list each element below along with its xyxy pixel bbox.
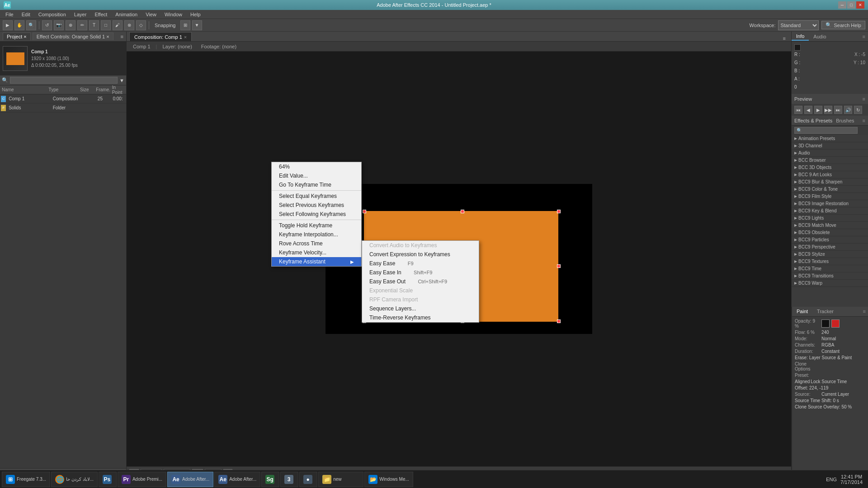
- menu-layer[interactable]: Layer: [71, 11, 90, 18]
- effects-cat-image[interactable]: ▶ BCC9 Image Restoration: [792, 200, 868, 207]
- paint-tab[interactable]: Paint: [792, 308, 812, 315]
- ctx-item-sel-follow[interactable]: Select Following Keyframes: [272, 210, 361, 219]
- effects-cat-perspective[interactable]: ▶ BCC9 Perspective: [792, 244, 868, 251]
- effects-cat-artlooks[interactable]: ▶ BCC 9 Art Looks: [792, 171, 868, 178]
- workspace-select[interactable]: Standard: [778, 20, 819, 30]
- effects-cat-obsolete[interactable]: ▶ BCC9 Obsolete: [792, 229, 868, 236]
- taskbar-ps[interactable]: Ps: [99, 472, 117, 487]
- tool-camera2[interactable]: ⊕: [66, 20, 75, 30]
- effect-controls-tab[interactable]: Effect Controls: Orange Solid 1 ×: [33, 33, 113, 40]
- prev-first-btn[interactable]: ⏮: [794, 106, 802, 114]
- prev-last-btn[interactable]: ⏭: [834, 106, 842, 114]
- tool-paint[interactable]: 🖌: [113, 20, 123, 30]
- ctx-sub-easy-ease-out[interactable]: Easy Ease Out Ctrl+Shift+F9: [362, 277, 479, 286]
- project-tab[interactable]: Project ×: [3, 33, 31, 40]
- ctx-item-kf-assistant[interactable]: Keyframe Assistant ▶: [272, 257, 361, 266]
- maximize-button[interactable]: □: [847, 1, 855, 9]
- ctx-item-sel-prev[interactable]: Select Previous Keyframes: [272, 201, 361, 210]
- brushes-tab[interactable]: Brushes: [836, 118, 854, 123]
- effects-cat-anim[interactable]: ▶ Animation Presets: [792, 135, 868, 142]
- prev-loop-btn[interactable]: ↻: [854, 106, 862, 114]
- fg-swatch[interactable]: [821, 319, 830, 328]
- ctx-sub-easy-ease[interactable]: Easy Ease F9: [362, 259, 479, 268]
- taskbar-windows-me[interactable]: 📂 Windows Me...: [364, 472, 413, 487]
- taskbar-freegate[interactable]: ⊞ Freegate 7.3...: [2, 472, 50, 487]
- project-search-input[interactable]: [10, 77, 118, 84]
- tool-camera1[interactable]: 📷: [54, 20, 64, 30]
- audio-tab[interactable]: Audio: [809, 33, 830, 40]
- taskbar-ff[interactable]: 🌐 لاباد کردن حا...: [51, 472, 98, 487]
- preview-tab-label[interactable]: Preview: [794, 96, 812, 102]
- comp-tab-close[interactable]: ×: [184, 34, 187, 40]
- tool-eraser[interactable]: ◇: [136, 20, 146, 30]
- tool-clone[interactable]: ⊗: [124, 20, 134, 30]
- list-item[interactable]: C Comp 1 Composition 25 0:00:: [0, 94, 126, 103]
- taskbar-premiere[interactable]: Pr Adobe Premi...: [118, 472, 166, 487]
- taskbar-ae-2[interactable]: Ae Adobe After...: [214, 472, 260, 487]
- taskbar-new-folder[interactable]: 📁 new: [318, 472, 363, 487]
- ctx-item-64[interactable]: 64%: [272, 162, 361, 171]
- panel-close-left[interactable]: ≡: [121, 34, 123, 39]
- sel-handle-tl[interactable]: [363, 210, 366, 213]
- panel-menu-right[interactable]: ≡: [860, 34, 868, 39]
- sel-handle-mr[interactable]: [557, 264, 561, 268]
- tool-pen[interactable]: ✏: [77, 20, 87, 30]
- ctx-sub-seq-layers[interactable]: Sequence Layers...: [362, 304, 479, 313]
- effects-cat-bcc3d[interactable]: ▶ BCC 3D Objects: [792, 164, 868, 171]
- ctx-item-edit-val[interactable]: Edit Value...: [272, 171, 361, 180]
- list-item[interactable]: F Solids Folder: [0, 103, 126, 113]
- ctx-sub-easy-ease-in[interactable]: Easy Ease In Shift+F9: [362, 268, 479, 277]
- ctx-sub-convert-expr[interactable]: Convert Expression to Keyframes: [362, 250, 479, 259]
- tracker-tab[interactable]: Tracker: [812, 308, 838, 315]
- effects-cat-warp[interactable]: ▶ BCC9 Warp: [792, 280, 868, 287]
- taskbar-3d2[interactable]: ●: [299, 472, 317, 487]
- close-button[interactable]: ✕: [856, 1, 864, 9]
- taskbar-ae-active[interactable]: Ae Adobe After...: [167, 472, 213, 487]
- effects-cat-bcc-browser[interactable]: ▶ BCC Browser: [792, 157, 868, 164]
- menu-effect[interactable]: Effect: [91, 11, 111, 18]
- minimize-button[interactable]: ─: [838, 1, 846, 9]
- prev-play-btn[interactable]: ▶: [814, 106, 822, 114]
- bg-swatch[interactable]: [831, 319, 840, 328]
- ctx-item-goto-kf[interactable]: Go To Keyframe Time: [272, 180, 361, 189]
- sel-handle-br[interactable]: [557, 319, 561, 323]
- menu-window[interactable]: Window: [161, 11, 186, 18]
- effects-cat-transitions[interactable]: ▶ BCC9 Transitions: [792, 272, 868, 280]
- menu-file[interactable]: File: [2, 11, 17, 18]
- ctx-item-kf-vel[interactable]: Keyframe Velocity...: [272, 248, 361, 257]
- effects-cat-particles[interactable]: ▶ BCC9 Particles: [792, 236, 868, 244]
- info-tab[interactable]: Info: [792, 33, 809, 41]
- tool-hand[interactable]: ✋: [14, 20, 24, 30]
- effects-cat-color[interactable]: ▶ BCC9 Color & Tone: [792, 186, 868, 193]
- proj-filter-icon[interactable]: ▼: [119, 78, 124, 83]
- tool-select[interactable]: ▶: [3, 20, 13, 30]
- menu-edit[interactable]: Edit: [18, 11, 34, 18]
- effects-cat-film[interactable]: ▶ BCC9 Film Style: [792, 193, 868, 200]
- effects-cat-stylize[interactable]: ▶ BCC9 Stylize: [792, 251, 868, 258]
- search-help-button[interactable]: 🔍 Search Help: [821, 21, 865, 29]
- menu-composition[interactable]: Composition: [35, 11, 70, 18]
- comp-tab-comp1[interactable]: Composition: Comp 1 ×: [129, 32, 192, 41]
- sel-handle-tr[interactable]: [557, 210, 561, 213]
- effects-cat-blur[interactable]: ▶ BCC9 Blur & Sharpen: [792, 178, 868, 186]
- menu-animation[interactable]: Animation: [112, 11, 141, 18]
- effects-cat-lights[interactable]: ▶ BCC9 Lights: [792, 215, 868, 222]
- effects-tab-label[interactable]: Effects & Presets: [794, 118, 832, 123]
- ctx-item-rove[interactable]: Rove Across Time: [272, 239, 361, 248]
- preview-menu[interactable]: ≡: [863, 96, 865, 102]
- prev-audio-btn[interactable]: 🔊: [844, 106, 852, 114]
- ctx-item-toggle-hold[interactable]: Toggle Hold Keyframe: [272, 221, 361, 230]
- ctx-sub-time-reverse[interactable]: Time-Reverse Keyframes: [362, 313, 479, 322]
- breadcrumb-comp1[interactable]: Comp 1: [129, 43, 154, 50]
- effects-cat-audio[interactable]: ▶ Audio: [792, 150, 868, 157]
- effects-cat-3d[interactable]: ▶ 3D Channel: [792, 142, 868, 150]
- ctx-item-sel-equal[interactable]: Select Equal Keyframes: [272, 192, 361, 201]
- effects-cat-key[interactable]: ▶ BCC9 Key & Blend: [792, 207, 868, 215]
- prev-back-btn[interactable]: ◀: [804, 106, 812, 114]
- taskbar-sg[interactable]: Sg: [261, 472, 279, 487]
- effects-menu[interactable]: ≡: [863, 118, 865, 123]
- panel-menu[interactable]: ≡: [783, 36, 786, 41]
- effects-cat-match[interactable]: ▶ BCC9 Match Move: [792, 222, 868, 229]
- footage-none-tab[interactable]: Footage: (none): [198, 43, 240, 50]
- snapping-toggle[interactable]: ⊞: [180, 20, 190, 30]
